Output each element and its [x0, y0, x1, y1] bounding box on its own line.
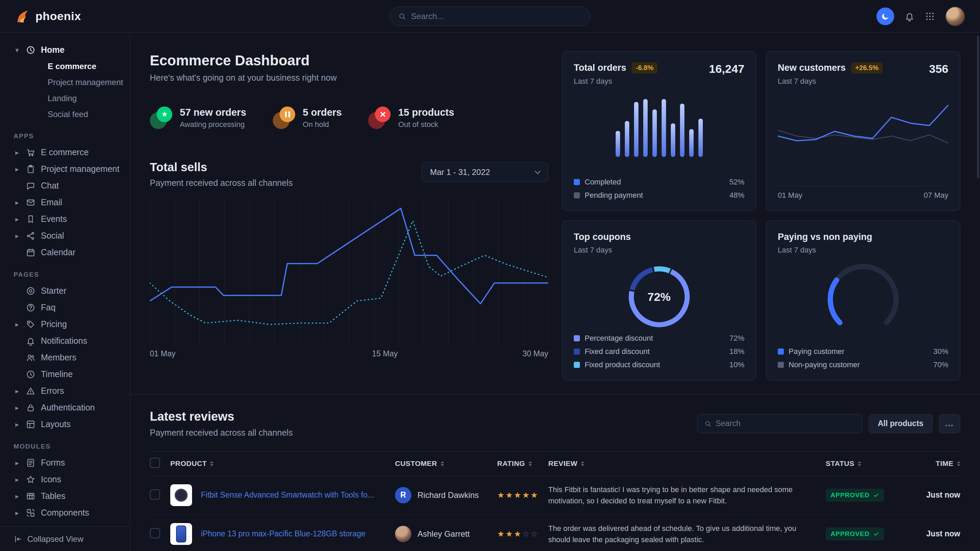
product-link[interactable]: Fitbit Sense Advanced Smartwatch with To… [201, 491, 374, 500]
legend-label: Pending payment [585, 191, 725, 200]
phoenix-logo [15, 8, 31, 24]
column-label: STATUS [826, 459, 854, 468]
search-input[interactable] [411, 11, 582, 21]
sidebar-item-events[interactable]: ▸Events [14, 211, 124, 227]
legend-item: Fixed card discount18% [574, 347, 745, 356]
product-link[interactable]: iPhone 13 pro max-Pacific Blue-128GB sto… [201, 529, 365, 538]
select-all-checkbox[interactable] [150, 458, 160, 468]
caret-right-icon: ▸ [14, 165, 21, 173]
product-image [170, 523, 192, 545]
sidebar-item-faq[interactable]: Faq [14, 299, 124, 316]
topbar-search[interactable] [390, 6, 590, 26]
sidebar-item-calendar[interactable]: Calendar [14, 244, 124, 261]
sidebar-item-timeline[interactable]: Timeline [14, 366, 124, 383]
sidebar-item-layouts[interactable]: ▸Layouts [14, 416, 124, 433]
sidebar-item-social-feed[interactable]: Social feed [14, 106, 124, 122]
sidebar-item-project-management[interactable]: Project management [14, 74, 124, 90]
column-header-customer[interactable]: CUSTOMER [395, 459, 497, 468]
caret-right-icon: ▸ [14, 198, 21, 206]
top-coupons-legend: Percentage discount72%Fixed card discoun… [574, 334, 745, 369]
bell-icon [26, 336, 35, 346]
sidebar-item-e-commerce[interactable]: E commerce [14, 58, 124, 74]
sidebar-item-label: Forms [41, 458, 65, 468]
sidebar-item-starter[interactable]: Starter [14, 283, 124, 299]
star-icon: ★ [522, 491, 530, 500]
x-axis-label: 15 May [372, 349, 398, 358]
sidebar-item-label: Authentication [41, 403, 95, 413]
theme-toggle-button[interactable] [877, 8, 894, 25]
total-sells-header: Total sells Payment received across all … [150, 160, 548, 188]
product-image [170, 484, 192, 506]
column-header-rating[interactable]: RATING [497, 459, 548, 468]
sidebar-item-icons[interactable]: ▸Icons [14, 471, 124, 488]
grid-icon [925, 11, 935, 21]
sidebar-item-notifications[interactable]: Notifications [14, 332, 124, 349]
page-title: Ecommerce Dashboard [150, 52, 548, 69]
sidebar-item-landing[interactable]: Landing [14, 90, 124, 106]
legend-item: Completed52% [574, 178, 745, 186]
sidebar-item-errors[interactable]: ▸Errors [14, 383, 124, 399]
row-checkbox[interactable] [150, 489, 160, 500]
sidebar-section-label-apps: APPS [14, 132, 124, 140]
column-header-time[interactable]: TIME [909, 459, 960, 468]
sidebar-item-label: Home [41, 45, 64, 55]
review-time: Just now [909, 491, 960, 500]
sidebar-item-pricing[interactable]: ▸Pricing [14, 316, 124, 332]
user-avatar[interactable] [945, 6, 965, 26]
sidebar-item-members[interactable]: Members [14, 349, 124, 366]
sidebar-item-tables[interactable]: ▸Tables [14, 488, 124, 504]
scrollbar[interactable] [977, 35, 979, 178]
legend-bullet [778, 362, 784, 368]
legend-value: 70% [933, 360, 948, 369]
review-time: Just now [909, 529, 960, 538]
sidebar-item-authentication[interactable]: ▸Authentication [14, 399, 124, 416]
sidebar-item-project-management[interactable]: ▸Project management [14, 160, 124, 177]
sidebar-section-label-modules: MODULES [14, 443, 124, 450]
sidebar-item-label: Notifications [41, 336, 87, 346]
review-text: This Fitbit is fantastic! I was trying t… [548, 484, 826, 507]
customer-name: Richard Dawkins [417, 491, 479, 500]
reviews-search-input[interactable] [716, 419, 855, 428]
sidebar-item-email[interactable]: ▸Email [14, 194, 124, 211]
sort-icon [441, 461, 444, 466]
sidebar-item-e-commerce[interactable]: ▸E commerce [14, 144, 124, 160]
reviews-search[interactable] [697, 414, 862, 433]
stat-caption: Out of stock [398, 120, 454, 129]
column-header-product[interactable]: PRODUCT [170, 459, 395, 468]
sidebar-item-label: Faq [41, 303, 56, 313]
sidebar-item-label: Icons [41, 475, 61, 484]
sidebar-item-forms[interactable]: ▸Forms [14, 454, 124, 471]
legend-value: 10% [729, 360, 745, 369]
column-header-status[interactable]: STATUS [826, 459, 909, 468]
brand[interactable]: phoenix [15, 8, 81, 24]
caret-right-icon: ▸ [14, 320, 21, 329]
all-products-button[interactable]: All products [869, 414, 933, 433]
status-label: APPROVED [830, 491, 870, 499]
sidebar-item-social[interactable]: ▸Social [14, 227, 124, 244]
row-checkbox[interactable] [150, 528, 160, 538]
column-label: PRODUCT [170, 459, 207, 468]
star-icon: ★ [157, 106, 172, 122]
chat-icon [26, 181, 35, 191]
latest-reviews-title: Latest reviews [150, 410, 293, 424]
date-range-select[interactable]: Mar 1 - 31, 2022 [422, 162, 548, 182]
notifications-button[interactable] [904, 11, 915, 21]
column-header-review[interactable]: REVIEW [548, 459, 826, 468]
latest-reviews-subtitle: Payment received across all channels [150, 428, 293, 438]
apps-grid-button[interactable] [925, 11, 935, 21]
legend-bullet [778, 348, 784, 355]
rating-stars: ★★★☆☆ [497, 529, 548, 539]
sidebar-item-components[interactable]: ▸Components [14, 504, 124, 521]
calendar-icon [26, 248, 35, 257]
latest-reviews-section: Latest reviews Payment received across a… [130, 394, 980, 551]
sidebar-item-label: Timeline [41, 369, 73, 379]
star-icon: ☆ [522, 529, 530, 539]
sidebar-item-home[interactable]: ▾Home [14, 41, 124, 58]
more-options-button[interactable]: ... [939, 414, 960, 433]
sidebar-item-label: E commerce [41, 148, 89, 157]
legend-value: 48% [729, 191, 745, 200]
sidebar-item-chat[interactable]: Chat [14, 177, 124, 194]
legend-item: Fixed product discount10% [574, 360, 745, 369]
legend-value: 52% [729, 178, 745, 186]
collapsed-view-toggle[interactable]: Collapsed View [0, 527, 130, 551]
